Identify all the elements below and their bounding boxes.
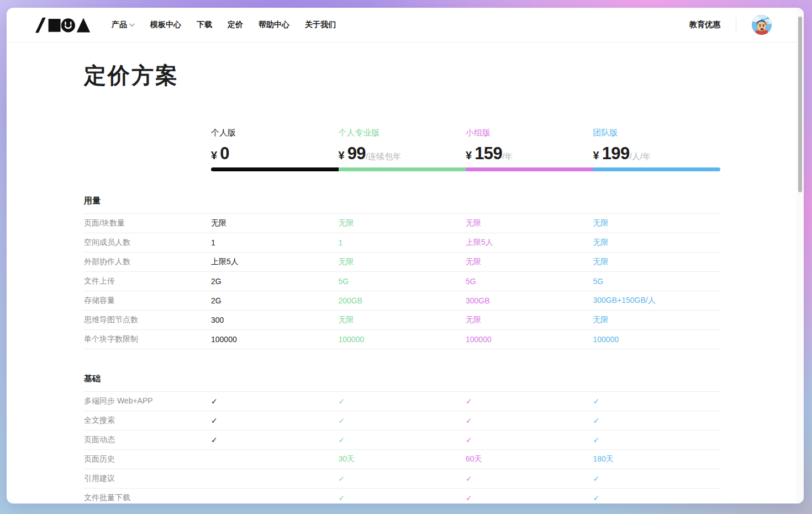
cell-pro: 200GB [339, 296, 466, 305]
plan-name: 团队版 [593, 128, 721, 138]
row-label: 页面动态 [84, 435, 211, 445]
cell-team: ✓ [593, 474, 721, 483]
cell-pro: 100000 [339, 335, 466, 344]
plan-header-group: 小组版 ¥ 159 /年 [466, 128, 593, 164]
cell-group: 300GB [466, 296, 593, 305]
plan-header-personal: 个人版 ¥ 0 [211, 128, 339, 164]
nav-item-help[interactable]: 帮助中心 [259, 20, 289, 30]
cell-group: 无限 [466, 218, 593, 228]
plan-bar-personal [211, 167, 339, 171]
cell-personal: 2G [211, 277, 339, 286]
cell-pro: ✓ [339, 416, 466, 425]
row-label-text: 引用建议 [84, 474, 115, 482]
cell-pro: 1 [339, 238, 466, 247]
scrollbar-thumb[interactable] [798, 17, 802, 192]
row-label-text: 文件批量下载 [84, 493, 130, 502]
cell-team: ✓ [593, 416, 721, 425]
cell-team: 5G [593, 277, 721, 286]
cell-pro: ✓ [339, 436, 466, 444]
plan-header-pro: 个人专业版 ¥ 99 /连续包年 [339, 128, 466, 164]
cell-personal: ✓ [211, 436, 339, 444]
chevron-down-icon [129, 23, 135, 27]
navbar: 产品 模板中心 下载 定价 帮助中心 关于我们 教育优惠 [7, 8, 804, 43]
nav-item-pricing[interactable]: 定价 [228, 20, 243, 30]
row-label-tooltip[interactable]: 空间成员人数 [84, 238, 130, 248]
row-label-text: 单个块字数限制 [84, 334, 138, 343]
nav-item-about[interactable]: 关于我们 [305, 20, 336, 30]
section-title: 用量 [84, 196, 720, 213]
price-suffix: /年 [502, 151, 513, 162]
nav-item-download[interactable]: 下载 [197, 20, 212, 30]
row-label: 页面历史 [84, 454, 211, 464]
row-label: 外部协作人数 [84, 257, 211, 267]
table-row: 文件批量下载 ✓ ✓ ✓ [84, 489, 720, 503]
cell-pro: 无限 [339, 257, 466, 267]
table-row: 页面动态 ✓ ✓ ✓ ✓ [84, 431, 720, 450]
page-card: 产品 模板中心 下载 定价 帮助中心 关于我们 教育优惠 [7, 8, 804, 503]
currency-symbol: ¥ [466, 149, 472, 162]
scrollbar-track[interactable] [796, 8, 804, 503]
price-suffix: /连续包年 [366, 151, 401, 162]
price-amount: 159 [474, 144, 502, 164]
cell-personal: 无限 [211, 218, 339, 228]
brand-logo[interactable] [33, 15, 91, 35]
cell-team: ✓ [593, 397, 721, 406]
section-rows: 页面/块数量 无限 无限 无限 无限 空间成员人数 1 1 上限5人 无限 外部… [84, 213, 720, 349]
cell-personal: 2G [211, 296, 339, 305]
cell-pro: 5G [339, 277, 466, 286]
section-rows: 多端同步 Web+APP ✓ ✓ ✓ ✓ 全文搜索 ✓ ✓ ✓ ✓ 页面动态 ✓… [84, 391, 720, 503]
currency-symbol: ¥ [339, 149, 345, 162]
cell-pro: ✓ [339, 474, 466, 483]
cell-pro: 无限 [339, 315, 466, 325]
section-basics: 基础 多端同步 Web+APP ✓ ✓ ✓ ✓ 全文搜索 ✓ ✓ ✓ ✓ [84, 374, 720, 503]
price-amount: 99 [347, 144, 366, 164]
table-row: 文件上传 2G 5G 5G 5G [84, 272, 720, 291]
cell-personal: 上限5人 [211, 257, 339, 267]
nav-item-templates[interactable]: 模板中心 [150, 20, 181, 30]
row-label-text: 文件上传 [84, 276, 115, 285]
table-row: 全文搜索 ✓ ✓ ✓ ✓ [84, 411, 720, 431]
cell-team: 无限 [593, 315, 721, 325]
table-row: 多端同步 Web+APP ✓ ✓ ✓ ✓ [84, 392, 720, 411]
cell-group: 100000 [466, 335, 593, 344]
table-row: 空间成员人数 1 1 上限5人 无限 [84, 233, 720, 253]
cell-personal: 100000 [211, 335, 339, 344]
row-label: 引用建议 [84, 474, 211, 484]
cell-group: ✓ [466, 416, 593, 425]
cell-personal: 1 [211, 238, 339, 247]
nav-divider [736, 18, 736, 32]
cell-personal: ✓ [211, 416, 339, 425]
cell-group: 60天 [466, 454, 593, 464]
row-label-text: 全文搜索 [84, 416, 115, 424]
cell-group: ✓ [466, 397, 593, 406]
nav-item-products[interactable]: 产品 [112, 20, 135, 30]
table-row: 外部协作人数 上限5人 无限 无限 无限 [84, 253, 720, 272]
nav-right: 教育优惠 [689, 15, 772, 35]
cell-pro: 30天 [339, 454, 466, 464]
plan-bar-group [466, 167, 593, 171]
table-row: 引用建议 ✓ ✓ ✓ [84, 469, 720, 489]
table-row: 单个块字数限制 100000 100000 100000 100000 [84, 330, 720, 349]
row-label: 文件批量下载 [84, 493, 211, 503]
row-label-tooltip[interactable]: 外部协作人数 [84, 257, 130, 267]
avatar-image [752, 15, 772, 35]
row-label: 全文搜索 [84, 416, 211, 426]
row-label-text: 页面动态 [84, 435, 115, 444]
plan-price: ¥ 199 /人/年 [593, 144, 721, 164]
cell-group: 5G [466, 277, 593, 286]
cell-pro: ✓ [339, 494, 466, 502]
table-row: 思维导图节点数 300 无限 无限 无限 [84, 311, 720, 330]
plan-bar-team [593, 167, 721, 171]
avatar[interactable] [752, 15, 772, 35]
price-amount: 0 [220, 144, 229, 164]
brand-logo-icon [33, 15, 91, 35]
nav-item-products-label: 产品 [112, 20, 127, 30]
plan-name: 个人版 [211, 128, 339, 138]
cell-team: 300GB+150GB/人 [593, 296, 721, 306]
row-label: 页面/块数量 [84, 218, 211, 228]
plan-name: 个人专业版 [339, 128, 466, 138]
section-usage: 用量 页面/块数量 无限 无限 无限 无限 空间成员人数 1 1 上限5人 无限 [84, 196, 720, 349]
education-discount-link[interactable]: 教育优惠 [689, 20, 720, 30]
cell-pro: ✓ [339, 397, 466, 406]
cell-team: 100000 [593, 335, 721, 344]
